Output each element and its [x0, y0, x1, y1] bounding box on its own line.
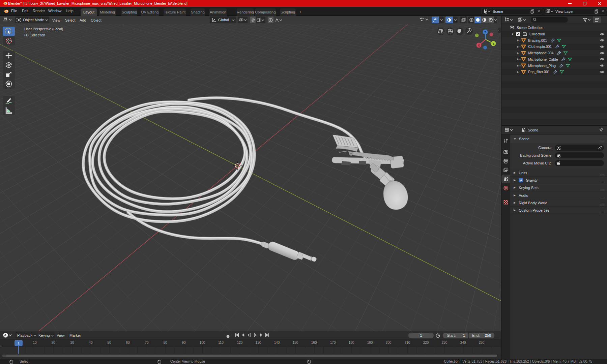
svg-text:(1) Collection: (1) Collection: [24, 33, 45, 37]
svg-text:Z: Z: [484, 31, 486, 34]
svg-text:X: X: [478, 44, 480, 47]
svg-text:User Perspective (Local): User Perspective (Local): [24, 27, 63, 31]
svg-text:Y: Y: [492, 42, 494, 46]
svg-text:‹: ‹: [498, 29, 499, 32]
